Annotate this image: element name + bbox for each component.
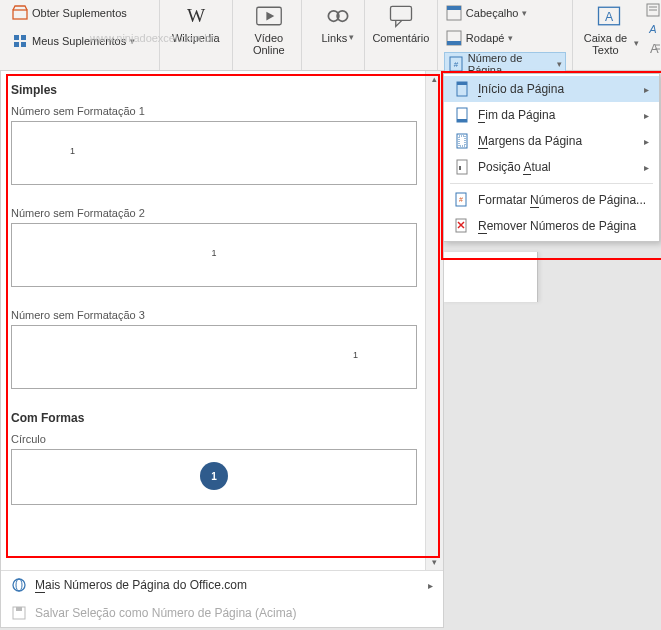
format-number-icon: # [454, 192, 470, 208]
page-top-icon [454, 81, 470, 97]
wikipedia-icon: W [182, 2, 210, 30]
page-number-icon: # [448, 56, 464, 72]
svg-rect-31 [457, 82, 467, 85]
svg-marker-7 [266, 12, 274, 21]
svg-rect-33 [457, 119, 467, 122]
chevron-down-icon: ▾ [349, 33, 354, 43]
svg-rect-10 [390, 6, 411, 20]
chevron-right-icon: ▸ [644, 84, 649, 95]
page-number-gallery: Simples Número sem Formatação 1 1 Número… [0, 70, 444, 628]
page-bottom-icon [454, 107, 470, 123]
chevron-down-icon: ▾ [634, 39, 639, 49]
menu-remover-numeros[interactable]: Remover Números de Página [444, 213, 659, 239]
preview-format-1[interactable]: 1 [11, 121, 417, 185]
document-page [442, 252, 538, 302]
page-number-value: 1 [211, 248, 216, 258]
menu-posicao-atual[interactable]: Posição Atual ▸ [444, 154, 659, 180]
option-label-circulo: Círculo [11, 433, 417, 445]
svg-rect-0 [13, 10, 27, 19]
quickparts-icon[interactable] [645, 2, 661, 18]
menu-fim-pagina[interactable]: Fim da Página ▸ [444, 102, 659, 128]
page-margins-icon [454, 133, 470, 149]
cursor-position-icon [454, 159, 470, 175]
svg-rect-14 [447, 41, 461, 45]
svg-text:W: W [187, 5, 206, 26]
svg-text:A: A [605, 10, 614, 24]
rodape-label: Rodapé [466, 32, 505, 44]
office-icon [11, 577, 27, 593]
save-icon [11, 605, 27, 621]
circle-page-number: 1 [200, 462, 228, 490]
store-icon [12, 5, 28, 21]
wordart-icon[interactable]: A [645, 21, 661, 37]
salvar-selecao-label: Salvar Seleção como Número de Página (Ac… [35, 606, 433, 620]
chevron-right-icon: ▸ [644, 162, 649, 173]
menu-formatar-label: Formatar Números de Página... [478, 193, 649, 207]
textbox-icon: A [595, 2, 623, 30]
svg-rect-4 [21, 42, 26, 47]
chevron-down-icon: ▾ [522, 8, 527, 18]
wikipedia-label: Wikipedia [172, 32, 220, 44]
svg-text:#: # [454, 60, 459, 69]
page-number-value: 1 [70, 146, 75, 156]
menu-formatar-numeros[interactable]: # Formatar Números de Página... [444, 187, 659, 213]
mais-numeros-office-button[interactable]: Mais Números de Página do Office.com ▸ [1, 571, 443, 599]
page-number-value: 1 [353, 350, 358, 360]
video-icon [255, 2, 283, 30]
menu-margens-pagina[interactable]: Margens da Página ▸ [444, 128, 659, 154]
cabecalho-button[interactable]: Cabeçalho ▾ [444, 2, 566, 24]
svg-rect-29 [16, 607, 22, 611]
preview-format-2[interactable]: 1 [11, 223, 417, 287]
comentario-button[interactable]: Comentário [371, 2, 431, 44]
svg-text:#: # [459, 196, 463, 203]
chevron-down-icon: ▾ [557, 59, 562, 69]
header-icon [446, 5, 462, 21]
menu-posicao-label: Posição Atual [478, 160, 636, 174]
chevron-down-icon: ▾ [508, 33, 513, 43]
links-label: Links [321, 32, 347, 44]
caixa-texto-button[interactable]: A Caixa de Texto ▾ [579, 2, 639, 56]
numero-pagina-submenu: Início da Página ▸ Fim da Página ▸ Marge… [443, 73, 660, 242]
cabecalho-label: Cabeçalho [466, 7, 519, 19]
svg-rect-12 [447, 6, 461, 10]
menu-fim-label: Fim da Página [478, 108, 636, 122]
section-simples: Simples [11, 83, 417, 97]
obter-suplementos-label: Obter Suplementos [32, 7, 127, 19]
scroll-up-icon[interactable]: ▴ [426, 71, 443, 87]
svg-point-26 [13, 579, 25, 591]
preview-circulo[interactable]: 1 [11, 449, 417, 505]
menu-margens-label: Margens da Página [478, 134, 636, 148]
meus-suplementos-label: Meus Suplementos [32, 35, 126, 47]
chevron-right-icon: ▸ [644, 136, 649, 147]
wikipedia-button[interactable]: W Wikipedia [166, 2, 226, 44]
chevron-down-icon: ▾ [130, 36, 135, 46]
svg-text:A: A [648, 23, 656, 35]
gallery-scrollbar[interactable]: ▴ ▾ [425, 71, 443, 570]
menu-inicio-pagina[interactable]: Início da Página ▸ [444, 76, 659, 102]
menu-remover-label: Remover Números de Página [478, 219, 649, 233]
menu-separator [450, 183, 653, 184]
menu-inicio-label: Início da Página [478, 82, 636, 96]
rodape-button[interactable]: Rodapé ▾ [444, 27, 566, 49]
footer-icon [446, 30, 462, 46]
svg-point-27 [16, 579, 22, 591]
scroll-down-icon[interactable]: ▾ [426, 554, 443, 570]
mais-numeros-label: Mais Números de Página do Office.com [35, 578, 420, 592]
svg-rect-1 [14, 35, 19, 40]
option-label-3: Número sem Formatação 3 [11, 309, 417, 321]
comentario-label: Comentário [372, 32, 429, 44]
svg-rect-2 [21, 35, 26, 40]
video-online-button[interactable]: Vídeo Online [239, 2, 299, 56]
section-com-formas: Com Formas [11, 411, 417, 425]
comment-icon [387, 2, 415, 30]
meus-suplementos-button[interactable]: Meus Suplementos ▾ [10, 30, 153, 52]
preview-format-3[interactable]: 1 [11, 325, 417, 389]
option-label-2: Número sem Formatação 2 [11, 207, 417, 219]
addins-icon [12, 33, 28, 49]
obter-suplementos-button[interactable]: Obter Suplementos [10, 2, 153, 24]
dropcap-icon[interactable]: A [645, 40, 661, 56]
video-online-label: Vídeo Online [239, 32, 299, 56]
links-button[interactable]: Links ▾ [308, 2, 368, 44]
caixa-texto-label: Caixa de Texto [579, 32, 632, 56]
svg-rect-3 [14, 42, 19, 47]
